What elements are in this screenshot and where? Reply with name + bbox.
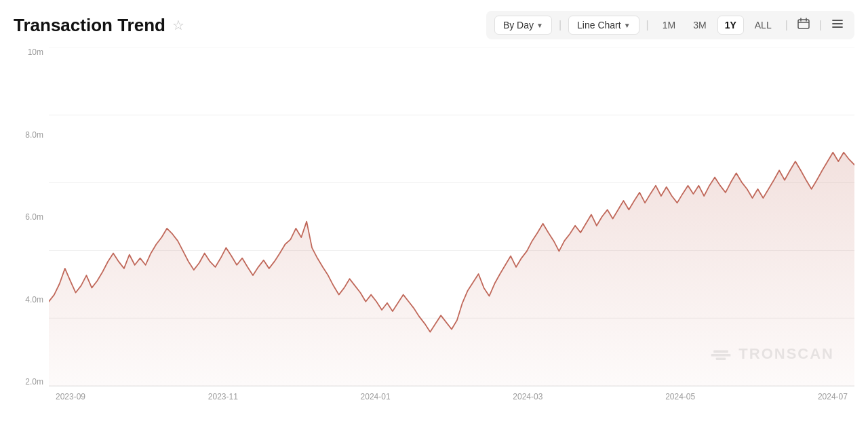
chart-canvas xyxy=(49,47,854,387)
btn-3m[interactable]: 3M xyxy=(686,16,713,34)
btn-1m[interactable]: 1M xyxy=(656,16,682,34)
header: Transaction Trend ☆ By Day ▼ | Line Char… xyxy=(14,11,854,39)
x-label-jul24: 2024-07 xyxy=(818,392,848,401)
watermark: TRONSCAN xyxy=(709,342,834,366)
tronscan-logo-icon xyxy=(709,342,733,366)
btn-all[interactable]: ALL xyxy=(748,16,778,34)
y-label-6m: 6.0m xyxy=(14,212,49,222)
favorite-icon[interactable]: ☆ xyxy=(172,17,184,33)
main-container: Transaction Trend ☆ By Day ▼ | Line Char… xyxy=(0,0,868,434)
page-title: Transaction Trend xyxy=(14,15,165,36)
title-group: Transaction Trend ☆ xyxy=(14,15,184,36)
svg-rect-0 xyxy=(798,20,809,28)
svg-rect-13 xyxy=(711,354,731,357)
calendar-icon[interactable] xyxy=(795,15,812,35)
y-label-10m: 10m xyxy=(14,47,49,57)
watermark-text: TRONSCAN xyxy=(738,345,834,363)
x-label-mar24: 2024-03 xyxy=(513,392,542,401)
separator-1: | xyxy=(559,19,561,31)
controls-bar: By Day ▼ | Line Chart ▼ | 1M 3M 1Y ALL | xyxy=(486,11,854,39)
chart-area: 10m 8.0m 6.0m 4.0m 2.0m xyxy=(14,47,854,407)
separator-4: | xyxy=(819,19,822,31)
by-day-dropdown[interactable]: By Day ▼ xyxy=(494,16,552,35)
separator-3: | xyxy=(785,19,788,31)
y-label-4m: 4.0m xyxy=(14,295,49,304)
x-axis: 2023-09 2023-11 2024-01 2024-03 2024-05 … xyxy=(49,387,854,407)
separator-2: | xyxy=(646,19,649,31)
menu-icon[interactable] xyxy=(829,15,846,35)
btn-1y[interactable]: 1Y xyxy=(717,16,744,35)
x-label-jan24: 2024-01 xyxy=(361,392,391,401)
svg-rect-14 xyxy=(714,351,729,353)
x-label-sep23: 2023-09 xyxy=(56,392,85,401)
svg-rect-15 xyxy=(716,357,726,360)
y-label-8m: 8.0m xyxy=(14,130,49,140)
chevron-down-icon-2: ▼ xyxy=(624,22,631,29)
chevron-down-icon: ▼ xyxy=(536,22,543,29)
x-label-may24: 2024-05 xyxy=(665,392,695,401)
y-axis: 10m 8.0m 6.0m 4.0m 2.0m xyxy=(14,47,49,407)
line-chart-dropdown[interactable]: Line Chart ▼ xyxy=(568,16,639,35)
x-label-nov23: 2023-11 xyxy=(208,392,238,401)
y-label-2m: 2.0m xyxy=(14,377,49,387)
